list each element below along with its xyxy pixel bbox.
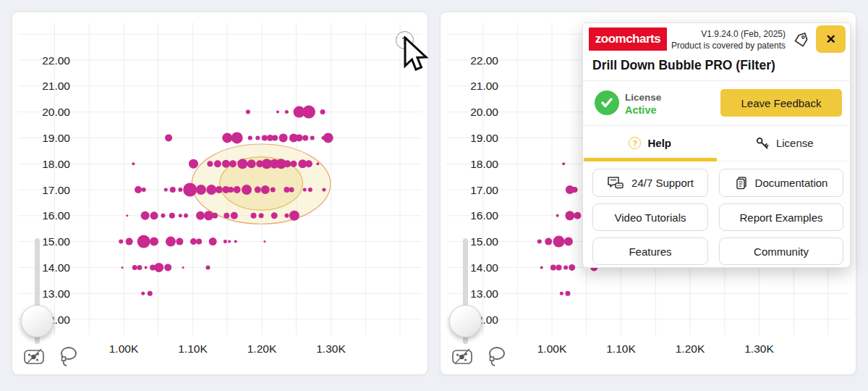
data-bubble[interactable] xyxy=(178,188,182,192)
data-bubble[interactable] xyxy=(563,265,568,269)
data-bubble[interactable] xyxy=(234,240,237,243)
data-bubble[interactable] xyxy=(565,211,574,220)
data-bubble[interactable] xyxy=(161,214,165,218)
data-bubble[interactable] xyxy=(184,214,188,218)
video-tutorials-button[interactable]: Video Tutorials xyxy=(592,203,708,231)
data-bubble[interactable] xyxy=(284,187,289,193)
data-bubble[interactable] xyxy=(164,264,171,271)
data-bubble[interactable] xyxy=(148,291,153,296)
data-bubble[interactable] xyxy=(310,135,315,140)
data-bubble[interactable] xyxy=(196,239,202,245)
data-bubble[interactable] xyxy=(183,183,197,197)
tag-button[interactable] xyxy=(792,32,811,54)
data-bubble[interactable] xyxy=(234,186,241,193)
data-bubble[interactable] xyxy=(207,161,213,167)
community-button[interactable]: Community xyxy=(719,237,843,265)
data-bubble[interactable] xyxy=(289,211,299,221)
data-bubble[interactable] xyxy=(141,292,145,295)
data-bubble[interactable] xyxy=(179,214,182,217)
data-bubble[interactable] xyxy=(248,135,252,140)
data-bubble[interactable] xyxy=(229,160,237,167)
tab-help[interactable]: ? Help xyxy=(583,125,718,161)
data-bubble[interactable] xyxy=(231,132,243,143)
data-bubble[interactable] xyxy=(323,133,333,143)
data-bubble[interactable] xyxy=(150,237,158,246)
data-bubble[interactable] xyxy=(231,212,238,219)
data-bubble[interactable] xyxy=(166,237,176,247)
data-bubble[interactable] xyxy=(572,187,578,193)
data-bubble[interactable] xyxy=(279,133,288,142)
data-bubble[interactable] xyxy=(224,240,227,243)
data-bubble[interactable] xyxy=(562,162,565,165)
data-bubble[interactable] xyxy=(182,266,184,269)
data-bubble[interactable] xyxy=(302,106,315,119)
lasso-select-button[interactable] xyxy=(56,344,82,370)
data-bubble[interactable] xyxy=(556,264,562,270)
data-bubble[interactable] xyxy=(261,185,270,194)
data-bubble[interactable] xyxy=(305,160,312,167)
data-bubble[interactable] xyxy=(320,109,326,114)
data-bubble[interactable] xyxy=(154,263,163,272)
data-bubble[interactable] xyxy=(206,185,216,195)
data-bubble[interactable] xyxy=(190,238,197,245)
data-bubble[interactable] xyxy=(565,291,570,296)
data-bubble[interactable] xyxy=(271,188,276,193)
data-bubble[interactable] xyxy=(222,160,230,168)
lasso-select-button[interactable] xyxy=(484,344,510,370)
documentation-button[interactable]: Documentation xyxy=(719,169,843,197)
data-bubble[interactable] xyxy=(196,185,206,195)
data-bubble[interactable] xyxy=(537,240,542,244)
data-bubble[interactable] xyxy=(564,237,573,246)
data-bubble[interactable] xyxy=(290,161,297,167)
data-bubble[interactable] xyxy=(246,110,250,114)
data-bubble[interactable] xyxy=(132,265,137,270)
data-bubble[interactable] xyxy=(560,292,563,295)
data-bubble[interactable] xyxy=(271,212,278,219)
data-bubble[interactable] xyxy=(284,160,291,167)
data-bubble[interactable] xyxy=(137,265,142,270)
support-button[interactable]: 24/7 Support xyxy=(592,169,708,197)
data-bubble[interactable] xyxy=(259,213,264,218)
data-bubble[interactable] xyxy=(263,240,265,243)
data-bubble[interactable] xyxy=(262,135,268,140)
data-bubble[interactable] xyxy=(126,238,133,245)
data-bubble[interactable] xyxy=(322,188,326,192)
data-bubble[interactable] xyxy=(137,235,150,248)
data-bubble[interactable] xyxy=(303,188,307,192)
data-bubble[interactable] xyxy=(556,214,559,217)
data-bubble[interactable] xyxy=(165,134,172,141)
data-bubble[interactable] xyxy=(224,213,229,219)
data-bubble[interactable] xyxy=(289,188,294,193)
zoom-slider-handle[interactable] xyxy=(449,305,482,337)
data-bubble[interactable] xyxy=(272,135,278,140)
data-bubble[interactable] xyxy=(169,213,175,219)
data-bubble[interactable] xyxy=(196,211,205,220)
data-bubble[interactable] xyxy=(126,214,128,216)
data-bubble[interactable] xyxy=(550,264,556,270)
data-bubble[interactable] xyxy=(209,237,217,245)
graph-mode-button[interactable] xyxy=(449,344,475,370)
leave-feedback-button[interactable]: Leave Feedback xyxy=(720,89,842,117)
data-bubble[interactable] xyxy=(212,213,218,219)
data-bubble[interactable] xyxy=(255,187,261,193)
data-bubble[interactable] xyxy=(545,238,552,245)
data-bubble[interactable] xyxy=(574,212,581,219)
data-bubble[interactable] xyxy=(214,160,221,167)
data-bubble[interactable] xyxy=(170,187,176,193)
data-bubble[interactable] xyxy=(228,240,231,243)
data-bubble[interactable] xyxy=(176,238,183,245)
data-bubble[interactable] xyxy=(150,211,158,219)
data-bubble[interactable] xyxy=(141,211,150,220)
data-bubble[interactable] xyxy=(308,188,312,192)
data-bubble[interactable] xyxy=(247,159,256,168)
data-bubble[interactable] xyxy=(302,135,308,140)
data-bubble[interactable] xyxy=(206,265,210,269)
data-bubble[interactable] xyxy=(316,162,319,165)
data-bubble[interactable] xyxy=(216,186,223,193)
data-bubble[interactable] xyxy=(284,214,289,218)
close-button[interactable]: ✕ xyxy=(816,25,846,53)
data-bubble[interactable] xyxy=(242,185,252,195)
data-bubble[interactable] xyxy=(553,236,565,248)
data-bubble[interactable] xyxy=(122,266,124,269)
data-bubble[interactable] xyxy=(285,110,289,114)
